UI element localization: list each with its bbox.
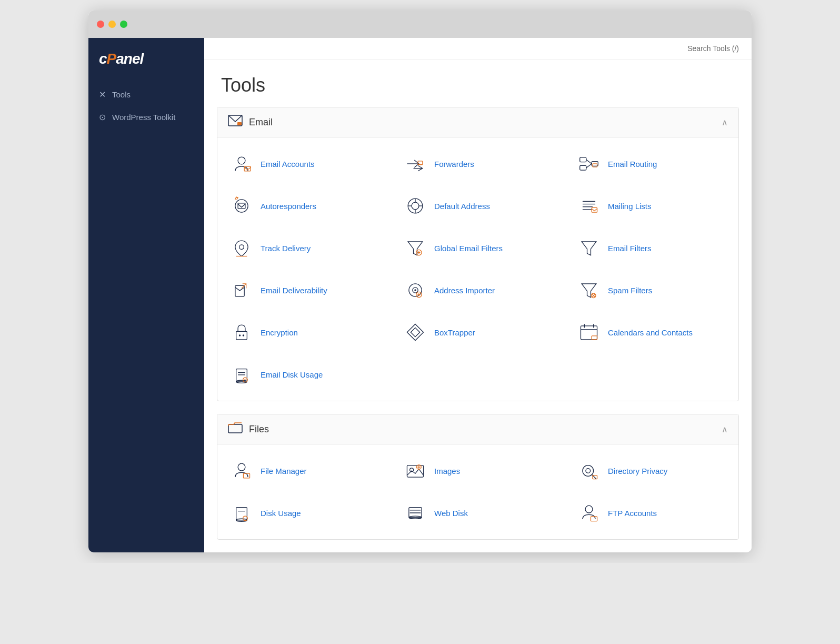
forwarders-label: Forwarders xyxy=(434,160,474,169)
email-disk-usage-icon xyxy=(230,363,253,386)
calendars-contacts-label: Calendars and Contacts xyxy=(608,328,693,337)
files-section-icon xyxy=(228,422,243,437)
wordpress-icon: ⊙ xyxy=(99,112,106,122)
svg-point-2 xyxy=(238,157,245,164)
email-routing-item[interactable]: Email Routing xyxy=(565,143,738,185)
email-accounts-item[interactable]: Email Accounts xyxy=(217,143,391,185)
address-importer-icon xyxy=(404,279,427,302)
email-routing-icon xyxy=(577,152,601,175)
svg-point-16 xyxy=(412,202,419,210)
autoresponders-item[interactable]: Autoresponders xyxy=(217,185,391,227)
files-section: Files ∧ File Manag xyxy=(217,414,739,540)
calendars-contacts-item[interactable]: Calendars and Contacts xyxy=(565,311,738,353)
images-item[interactable]: Images xyxy=(391,450,565,492)
global-email-filters-icon xyxy=(404,236,427,260)
default-address-item[interactable]: Default Address xyxy=(391,185,565,227)
svg-point-37 xyxy=(414,289,416,291)
svg-point-13 xyxy=(235,200,248,212)
boxtrapper-icon xyxy=(404,321,427,344)
email-section-header: Email ∧ xyxy=(217,107,738,137)
svg-rect-50 xyxy=(581,326,597,340)
svg-rect-79 xyxy=(236,508,247,520)
mailing-lists-item[interactable]: Mailing Lists xyxy=(565,185,738,227)
files-collapse-icon[interactable]: ∧ xyxy=(722,424,728,434)
web-disk-item[interactable]: Web Disk xyxy=(391,492,565,534)
app-layout: cPanel ✕ Tools ⊙ WordPress Toolkit Searc… xyxy=(88,38,752,552)
autoresponders-label: Autoresponders xyxy=(261,202,316,211)
email-deliverability-item[interactable]: Email Deliverability xyxy=(217,269,391,311)
svg-point-46 xyxy=(239,334,241,336)
global-email-filters-item[interactable]: Global Email Filters xyxy=(391,227,565,269)
svg-marker-48 xyxy=(407,324,423,340)
directory-privacy-item[interactable]: Directory Privacy xyxy=(565,450,738,492)
email-deliverability-label: Email Deliverability xyxy=(261,286,327,295)
email-section-header-left: Email xyxy=(228,115,273,130)
email-collapse-icon[interactable]: ∧ xyxy=(722,117,728,127)
track-delivery-item[interactable]: Track Delivery xyxy=(217,227,391,269)
svg-point-76 xyxy=(586,469,591,473)
email-routing-label: Email Routing xyxy=(608,160,657,169)
email-accounts-label: Email Accounts xyxy=(261,160,315,169)
wrench-icon: ✕ xyxy=(99,90,106,100)
svg-line-11 xyxy=(586,164,592,168)
spam-filters-icon xyxy=(577,279,601,302)
sidebar-item-tools[interactable]: ✕ Tools xyxy=(88,83,204,106)
email-disk-usage-item[interactable]: Email Disk Usage xyxy=(217,353,391,395)
track-delivery-label: Track Delivery xyxy=(261,244,311,253)
address-importer-label: Address Importer xyxy=(434,286,495,295)
email-disk-usage-label: Email Disk Usage xyxy=(261,370,323,379)
forwarders-item[interactable]: Forwarders xyxy=(391,143,565,185)
boxtrapper-item[interactable]: BoxTrapper xyxy=(391,311,565,353)
sidebar-item-wordpress-label: WordPress Toolkit xyxy=(112,113,175,122)
mailing-lists-icon xyxy=(577,194,601,217)
directory-privacy-icon xyxy=(577,459,601,482)
page-title: Tools xyxy=(204,60,752,107)
search-tools-link[interactable]: Search Tools (/) xyxy=(687,44,739,53)
svg-rect-1 xyxy=(237,122,242,125)
svg-line-10 xyxy=(586,160,592,164)
svg-rect-67 xyxy=(228,424,242,433)
file-manager-icon xyxy=(230,459,253,482)
disk-usage-item[interactable]: Disk Usage xyxy=(217,492,391,534)
svg-text:FTP: FTP xyxy=(592,518,597,521)
svg-point-68 xyxy=(238,463,245,471)
default-address-label: Default Address xyxy=(434,202,490,211)
encryption-item[interactable]: Encryption xyxy=(217,311,391,353)
main-content: Search Tools (/) Tools xyxy=(204,38,752,552)
svg-point-47 xyxy=(243,334,244,336)
svg-rect-25 xyxy=(592,207,597,212)
encryption-icon xyxy=(230,321,253,344)
forwarders-icon xyxy=(404,152,427,175)
disk-usage-icon xyxy=(230,501,253,524)
svg-point-87 xyxy=(585,506,593,513)
directory-privacy-label: Directory Privacy xyxy=(608,467,667,475)
file-manager-item[interactable]: File Manager xyxy=(217,450,391,492)
email-section: Email ∧ xyxy=(217,107,739,401)
email-accounts-icon xyxy=(230,152,253,175)
close-button[interactable] xyxy=(97,21,104,28)
sidebar-item-wordpress[interactable]: ⊙ WordPress Toolkit xyxy=(88,106,204,128)
track-delivery-icon xyxy=(230,236,253,260)
sidebar: cPanel ✕ Tools ⊙ WordPress Toolkit xyxy=(88,38,204,552)
svg-rect-45 xyxy=(236,331,247,340)
file-manager-label: File Manager xyxy=(261,467,307,475)
ftp-accounts-item[interactable]: FTP FTP Accounts xyxy=(565,492,738,534)
maximize-button[interactable] xyxy=(120,21,127,28)
svg-rect-7 xyxy=(580,157,586,162)
web-disk-label: Web Disk xyxy=(434,509,468,518)
calendars-contacts-icon xyxy=(577,321,601,344)
svg-marker-28 xyxy=(408,242,423,255)
address-importer-item[interactable]: Address Importer xyxy=(391,269,565,311)
files-tools-grid: File Manager xyxy=(217,444,738,539)
email-filters-icon xyxy=(577,236,601,260)
autoresponders-icon xyxy=(230,194,253,217)
svg-marker-32 xyxy=(582,242,596,255)
svg-rect-62 xyxy=(236,369,247,382)
mailing-lists-label: Mailing Lists xyxy=(608,202,652,211)
default-address-icon xyxy=(404,194,427,217)
email-filters-item[interactable]: Email Filters xyxy=(565,227,738,269)
spam-filters-label: Spam Filters xyxy=(608,286,652,295)
files-section-header-left: Files xyxy=(228,422,269,437)
spam-filters-item[interactable]: Spam Filters xyxy=(565,269,738,311)
minimize-button[interactable] xyxy=(108,21,116,28)
